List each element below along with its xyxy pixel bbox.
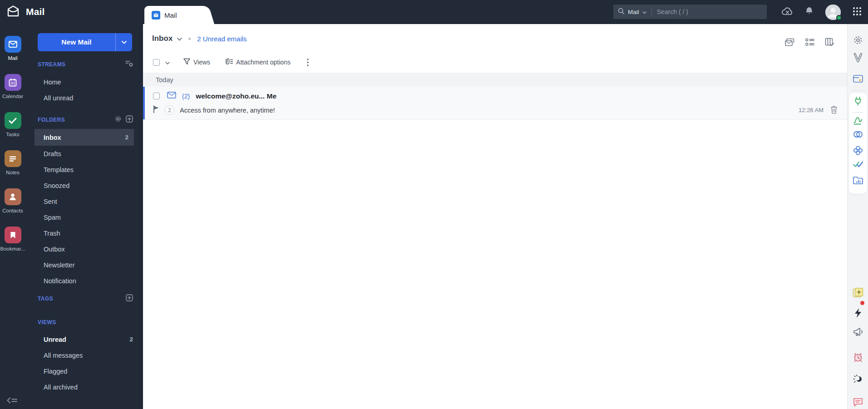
chevron-down-icon [642, 8, 646, 16]
rail-item-notes[interactable]: Notes [0, 148, 25, 187]
topbar-actions [781, 0, 862, 24]
folder-item-templates[interactable]: Templates [25, 162, 143, 177]
select-options-chevron-icon[interactable] [165, 58, 170, 66]
linked-rings-icon[interactable] [853, 130, 863, 140]
view-item-all-messages[interactable]: All messages [25, 347, 143, 363]
calendar-app-icon [5, 74, 21, 91]
sign-icon[interactable] [853, 115, 863, 127]
online-status-dot [836, 15, 842, 20]
contacts-app-icon [5, 188, 21, 205]
email-checkbox[interactable] [153, 93, 160, 99]
unread-indicator-bar [143, 87, 145, 119]
new-mail-label[interactable]: New Mail [38, 33, 115, 51]
search-scope-select[interactable]: Mail [628, 9, 639, 15]
views-filter-button[interactable]: Views [183, 58, 210, 66]
search-input[interactable] [657, 8, 762, 15]
user-avatar[interactable] [825, 5, 841, 20]
rail-item-tasks[interactable]: Tasks [0, 110, 25, 148]
megaphone-icon[interactable] [853, 326, 863, 339]
more-options-kebab-icon[interactable] [307, 59, 309, 66]
feedback-chat-icon[interactable] [853, 397, 863, 409]
folder-chevron-down-icon[interactable] [177, 34, 182, 43]
vani-icon[interactable] [853, 52, 863, 65]
unread-emails-link[interactable]: 2 Unread emails [197, 35, 247, 43]
list-view-icon[interactable] [805, 38, 814, 48]
search-icon [618, 8, 625, 16]
views-section: VIEWS Unread 2 All messages Flagged All … [25, 318, 143, 395]
alarm-clock-icon[interactable] [853, 352, 863, 365]
email-list-item[interactable]: (2) welcome@zoho.eu... Me 2 Access from … [143, 87, 847, 120]
views-title: VIEWS [38, 319, 133, 325]
search-bar[interactable]: Mail [613, 5, 767, 19]
night-mode-icon[interactable] [853, 374, 863, 386]
folder-item-drafts[interactable]: Drafts [25, 146, 143, 162]
knot-icon[interactable] [853, 145, 863, 158]
view-item-flagged[interactable]: Flagged [25, 363, 143, 379]
sticky-note-icon[interactable] [852, 287, 863, 300]
thread-count-badge: 2 [165, 105, 174, 115]
folder-item-snoozed[interactable]: Snoozed [25, 177, 143, 193]
app-rail: Mail Calendar Tasks [0, 24, 25, 409]
bookmarks-app-icon [5, 227, 21, 243]
flag-icon[interactable] [153, 105, 159, 115]
double-check-icon[interactable] [853, 161, 863, 170]
apps-grid-icon[interactable] [853, 7, 862, 18]
topbar: Mail Mail [0, 0, 868, 24]
select-all-checkbox[interactable] [153, 59, 160, 66]
folders-title: FOLDERS [38, 117, 114, 123]
folder-item-newsletter[interactable]: Newsletter [25, 257, 143, 273]
view-item-unread[interactable]: Unread 2 [25, 331, 143, 347]
rail-item-contacts[interactable]: Contacts [0, 187, 25, 225]
unread-count: 2 [129, 336, 133, 343]
notes-app-icon [5, 150, 21, 167]
column-view-icon[interactable] [825, 38, 834, 49]
notifications-bell-icon[interactable] [805, 6, 814, 18]
collapse-sidebar-icon[interactable] [6, 397, 18, 406]
rail-item-bookmarks[interactable]: Bookmar... [0, 225, 25, 263]
streams-settings-icon[interactable] [125, 60, 133, 69]
search-divider [651, 8, 652, 15]
stream-item-home[interactable]: Home [25, 74, 143, 90]
new-mail-dropdown[interactable] [115, 33, 132, 51]
rail-item-calendar[interactable]: Calendar [0, 72, 25, 110]
current-folder-title[interactable]: Inbox [152, 34, 173, 43]
settings-gear-icon[interactable] [853, 35, 863, 47]
folder-item-sent[interactable]: Sent [25, 193, 143, 209]
power-plug-icon[interactable] [853, 96, 863, 108]
add-tag-icon[interactable] [126, 294, 133, 303]
delete-trash-icon[interactable] [830, 105, 838, 116]
filter-funnel-icon [183, 58, 190, 66]
folder-item-trash[interactable]: Trash [25, 225, 143, 241]
unread-envelope-icon [167, 92, 176, 100]
lightning-icon[interactable] [854, 308, 862, 320]
folder-chart-icon[interactable] [853, 176, 863, 187]
folder-item-spam[interactable]: Spam [25, 209, 143, 225]
folder-item-outbox[interactable]: Outbox [25, 241, 143, 257]
unread-count-prefix: (2) [182, 93, 190, 100]
folders-section: FOLDERS [25, 116, 143, 289]
mail-list-panel: Inbox 2 Unread emails [143, 24, 847, 409]
wallet-icon[interactable] [853, 74, 863, 85]
list-header: Inbox 2 Unread emails [152, 34, 247, 43]
mail-tab-icon [152, 11, 160, 20]
announcement-badge-dot [860, 301, 864, 305]
folder-item-notification[interactable]: Notification [25, 273, 143, 289]
folders-settings-gear-icon[interactable] [114, 115, 122, 124]
attachment-options-button[interactable]: Attachment options [225, 58, 291, 67]
email-subject: Access from anywhere, anytime! [180, 107, 275, 114]
add-folder-icon[interactable] [126, 115, 133, 124]
zoho-mail-logo-icon [6, 5, 20, 19]
date-group-header: Today [143, 73, 847, 87]
streams-section: STREAMS Home All unread [25, 60, 143, 106]
email-time: 12:26 AM [799, 107, 824, 113]
view-item-all-archived[interactable]: All archived [25, 379, 143, 395]
folder-item-inbox[interactable]: Inbox 2 [35, 129, 134, 146]
rail-item-mail[interactable]: Mail [0, 34, 25, 72]
new-mail-button[interactable]: New Mail [38, 33, 132, 51]
mail-app-icon [5, 36, 21, 53]
conversation-view-icon[interactable] [784, 38, 795, 49]
offline-cloud-icon[interactable] [781, 7, 793, 18]
tab-mail[interactable]: Mail [144, 6, 202, 24]
stream-item-all-unread[interactable]: All unread [25, 90, 143, 106]
rail-divider [851, 90, 865, 91]
